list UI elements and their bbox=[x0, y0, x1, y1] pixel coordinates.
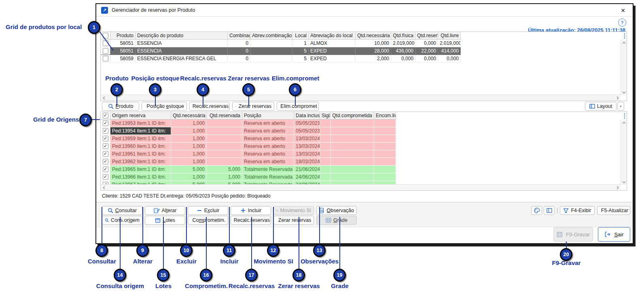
row-checkbox-cell[interactable]: ✓ bbox=[101, 135, 110, 143]
select-all-checkbox[interactable] bbox=[101, 32, 110, 40]
row-checkbox-cell[interactable]: ✓ bbox=[101, 127, 110, 135]
vertical-scrollbar[interactable] bbox=[621, 120, 627, 185]
theme-button[interactable] bbox=[531, 206, 542, 215]
select-all-checkbox[interactable]: ✓ bbox=[101, 112, 110, 120]
row-checkbox-cell[interactable]: ✓ bbox=[101, 158, 110, 166]
column-header[interactable]: Posição bbox=[242, 112, 294, 120]
table-row[interactable]: ✓Ped:13953 Item:1 ID itm:1,000Reserva em… bbox=[101, 120, 627, 127]
consultar-button[interactable]: Consultar bbox=[102, 206, 142, 215]
table-row[interactable]: 58059ESSENCIA ENERGIA FRESCA GEL05EXPED2… bbox=[101, 55, 627, 63]
column-header[interactable]: Combinação bbox=[228, 32, 250, 40]
cons-origem-button[interactable]: Cons.origem bbox=[102, 216, 142, 225]
cell: 58051 bbox=[110, 40, 136, 47]
column-header[interactable]: Qtd.reservada bbox=[207, 112, 242, 120]
posicao-estoque-button[interactable]: Posição estoque bbox=[142, 102, 187, 111]
column-header[interactable]: Data inclusão bbox=[294, 112, 320, 120]
help-icon[interactable]: ? bbox=[618, 19, 626, 27]
cell: Ped:13961 Item:1 ID itm: bbox=[110, 150, 171, 158]
recalc-reservas-button-2[interactable]: Recalc.reservas bbox=[231, 216, 271, 225]
checkbox[interactable] bbox=[103, 56, 108, 61]
scroll-left-icon[interactable] bbox=[101, 95, 107, 101]
scroll-right-icon[interactable] bbox=[614, 95, 621, 101]
checkbox[interactable]: ✓ bbox=[103, 128, 108, 134]
elim-compromet-button[interactable]: Elim.compromet bbox=[277, 102, 319, 111]
observacao-button[interactable]: Observação bbox=[316, 206, 357, 215]
row-checkbox-cell[interactable]: ✓ bbox=[101, 166, 110, 173]
checkbox[interactable]: ✓ bbox=[103, 143, 108, 149]
row-checkbox-cell[interactable]: ✓ bbox=[101, 173, 110, 181]
scroll-down-icon[interactable] bbox=[621, 179, 627, 185]
panel-layout-button[interactable] bbox=[544, 206, 555, 215]
column-header[interactable]: Qtd.reservada bbox=[415, 32, 438, 40]
row-checkbox-cell[interactable] bbox=[101, 47, 110, 55]
column-header[interactable]: Produto bbox=[110, 32, 136, 40]
layout-dropdown-button[interactable]: ▾ bbox=[617, 102, 624, 111]
scroll-left-icon[interactable] bbox=[101, 185, 107, 191]
f5-atualizar-button[interactable]: F5-Atualizar bbox=[597, 206, 630, 215]
checkbox[interactable]: ✓ bbox=[103, 159, 108, 164]
table-row[interactable]: ✓Ped:13961 Item:1 ID itm:1,000Reserva em… bbox=[101, 150, 627, 158]
cell: 0,000 bbox=[415, 55, 438, 63]
row-checkbox-cell[interactable]: ✓ bbox=[101, 143, 110, 150]
column-header[interactable]: Qtd.comprometida bbox=[330, 112, 374, 120]
table-row[interactable]: 58051ESSENCIA01ALMOX10,0002.019,0000,000… bbox=[101, 40, 627, 47]
checkbox[interactable]: ✓ bbox=[103, 113, 108, 118]
column-header[interactable]: Abrev.combinação bbox=[250, 32, 292, 40]
checkbox[interactable] bbox=[103, 48, 108, 54]
column-header[interactable]: Origem reserva bbox=[110, 112, 171, 120]
column-header[interactable]: Sigla bbox=[320, 112, 330, 120]
status-line: Cliente: 1529 CAD TESTE Dt.entrega: 05/0… bbox=[102, 193, 271, 199]
table-row[interactable]: ✓Ped:13954 Item:1 ID itm:1,000Reserva em… bbox=[101, 127, 627, 135]
recalc-reservas-button[interactable]: Recalc.reservas bbox=[189, 102, 230, 111]
horizontal-scrollbar[interactable] bbox=[101, 184, 621, 190]
scroll-up-icon[interactable] bbox=[621, 120, 627, 126]
lotes-button[interactable]: Lotes bbox=[145, 216, 185, 225]
scroll-right-icon[interactable] bbox=[614, 185, 621, 191]
excluir-button[interactable]: Excluir bbox=[188, 206, 228, 215]
vertical-scrollbar[interactable] bbox=[621, 40, 627, 95]
zerar-reservas-button[interactable]: Zerar reservas bbox=[232, 102, 274, 111]
scroll-up-icon[interactable] bbox=[621, 40, 627, 46]
column-header[interactable]: Encom.livre bbox=[374, 112, 396, 120]
column-header[interactable]: Qtd.necessária bbox=[356, 32, 391, 40]
table-row[interactable]: ✓Ped:13959 Item:1 ID itm:1,000Reserva em… bbox=[101, 135, 627, 143]
column-header[interactable]: Descrição do produto bbox=[136, 32, 228, 40]
table-row[interactable]: ✓Ped:13966 Item:1 ID itm:1,0001,000Total… bbox=[101, 173, 627, 181]
table-row[interactable]: ✓Ped:13965 Item:1 ID itm:5,0005,000Total… bbox=[101, 166, 627, 173]
cell: 58051 bbox=[110, 47, 136, 55]
checkbox[interactable]: ✓ bbox=[103, 174, 108, 180]
layout-button[interactable]: Layout bbox=[585, 102, 616, 111]
row-checkbox-cell[interactable] bbox=[101, 40, 110, 47]
column-header[interactable]: Local bbox=[292, 32, 309, 40]
checkbox[interactable]: ✓ bbox=[103, 120, 108, 126]
zerar-reservas-button-2[interactable]: Zerar reservas bbox=[273, 216, 314, 225]
checkbox[interactable]: ✓ bbox=[103, 166, 108, 172]
cell: 1 bbox=[292, 40, 309, 47]
f9-gravar-button[interactable]: F9-Gravar bbox=[553, 227, 593, 242]
checkbox[interactable]: ✓ bbox=[103, 136, 108, 141]
row-checkbox-cell[interactable]: ✓ bbox=[101, 150, 110, 158]
checkbox[interactable]: ✓ bbox=[103, 151, 108, 157]
incluir-button[interactable]: Incluir bbox=[231, 206, 271, 215]
checkbox[interactable] bbox=[103, 33, 108, 38]
table-row[interactable]: 58051ESSENCIA05EXPED28,000436,00022,0004… bbox=[101, 47, 627, 55]
comprometim-button[interactable]: Comprometim. bbox=[188, 216, 228, 225]
close-icon[interactable]: ✕ bbox=[619, 6, 627, 15]
f4-exibir-button[interactable]: F4-Exibir bbox=[560, 206, 595, 215]
grade-button[interactable]: Grade bbox=[316, 216, 357, 225]
row-checkbox-cell[interactable] bbox=[101, 55, 110, 63]
sair-button[interactable]: Sair bbox=[598, 227, 630, 242]
movimento-si-button[interactable]: Movimento SI bbox=[273, 206, 314, 215]
checkbox[interactable] bbox=[103, 40, 108, 46]
alterar-button[interactable]: Alterar bbox=[145, 206, 185, 215]
horizontal-scrollbar[interactable] bbox=[101, 95, 621, 101]
column-header[interactable]: Qtd.necessária bbox=[171, 112, 207, 120]
table-row[interactable]: ✓Ped:13960 Item:1 ID itm:1,000Reserva em… bbox=[101, 143, 627, 150]
scroll-down-icon[interactable] bbox=[621, 89, 627, 95]
produto-button[interactable]: Produto bbox=[102, 102, 139, 111]
table-row[interactable]: ✓Ped:13962 Item:1 ID itm:1,000Reserva em… bbox=[101, 158, 627, 166]
column-header[interactable]: Qtd.física bbox=[391, 32, 415, 40]
row-checkbox-cell[interactable]: ✓ bbox=[101, 120, 110, 127]
column-header[interactable]: Qtd.livre bbox=[438, 32, 461, 40]
column-header[interactable]: Abreviação do local bbox=[309, 32, 356, 40]
